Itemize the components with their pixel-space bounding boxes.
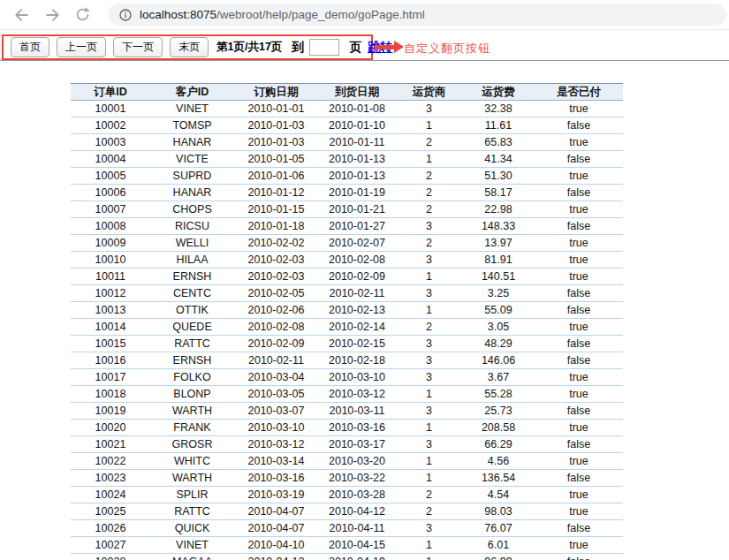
table-cell: BLONP	[150, 386, 234, 403]
table-cell: 10022	[71, 453, 150, 470]
orders-table-body: 10001VINET2010-01-012010-01-08332.38true…	[71, 101, 623, 560]
orders-table: 订单ID客户ID订购日期到货日期运货商运货费是否已付 10001VINET201…	[71, 83, 623, 560]
table-cell: 146.06	[462, 352, 535, 369]
table-cell: 2010-01-18	[234, 218, 318, 235]
table-cell: SUPRD	[150, 168, 234, 185]
table-row: 10022WHITC2010-03-142010-03-2014.56true	[71, 453, 623, 470]
table-cell: 2	[396, 201, 462, 218]
table-cell: QUEDE	[150, 319, 234, 336]
table-cell: 2010-03-17	[318, 436, 396, 453]
table-cell: 2	[396, 168, 462, 185]
table-cell: MAGAA	[150, 554, 234, 560]
table-row: 10019WARTH2010-03-072010-03-11325.73fals…	[71, 403, 623, 420]
table-cell: false	[535, 285, 623, 302]
next-page-button[interactable]: 下一页	[113, 37, 163, 57]
table-row: 10023WARTH2010-03-162010-03-221136.54fal…	[71, 470, 623, 487]
table-cell: 13.97	[462, 235, 535, 252]
table-cell: 10025	[71, 503, 150, 520]
table-cell: 3	[396, 252, 462, 269]
table-cell: 11.61	[462, 117, 535, 134]
table-row: 10026QUICK2010-04-072010-04-11376.07fals…	[71, 520, 623, 537]
table-row: 10004VICTE2010-01-052010-01-13141.34fals…	[71, 151, 623, 168]
table-cell: 2010-01-13	[318, 168, 396, 185]
table-cell: 2010-01-11	[318, 134, 396, 151]
forward-icon[interactable]	[37, 2, 67, 28]
table-cell: 10009	[71, 235, 150, 252]
table-cell: HILAA	[150, 252, 234, 269]
table-row: 10009WELLI2010-02-022010-02-07213.97true	[71, 235, 623, 252]
table-cell: true	[535, 369, 623, 386]
table-cell: 2	[396, 319, 462, 336]
table-cell: 10016	[71, 352, 150, 369]
column-header: 订单ID	[71, 84, 150, 101]
table-cell: 10021	[71, 436, 150, 453]
table-cell: 10017	[71, 369, 150, 386]
table-cell: 1	[396, 269, 462, 285]
table-cell: WARTH	[150, 403, 234, 420]
column-header: 是否已付	[535, 84, 623, 101]
table-cell: 2010-02-11	[234, 352, 318, 369]
table-row: 10028MAGAA2010-04-122010-04-19196.99fals…	[71, 554, 623, 560]
page-info-text: 第1页/共17页	[216, 40, 282, 55]
table-cell: 1	[396, 537, 462, 554]
table-cell: 10020	[71, 420, 150, 436]
table-cell: 2010-01-13	[318, 151, 396, 168]
info-icon[interactable]	[118, 8, 133, 22]
table-row: 10006HANAR2010-01-122010-01-19258.17fals…	[71, 185, 623, 201]
table-row: 10015RATTC2010-02-092010-02-15348.29fals…	[71, 336, 623, 352]
column-header: 订购日期	[234, 84, 318, 101]
table-cell: 3	[396, 218, 462, 235]
table-cell: 140.51	[462, 269, 535, 285]
table-cell: 2010-03-11	[318, 403, 396, 420]
table-cell: 3	[396, 285, 462, 302]
table-row: 10012CENTC2010-02-052010-02-1133.25false	[71, 285, 623, 302]
address-bar[interactable]: localhost:8075/webroot/help/page_demo/go…	[108, 4, 726, 26]
table-cell: 10010	[71, 252, 150, 269]
table-cell: 10004	[71, 151, 150, 168]
table-cell: 2010-02-07	[318, 235, 396, 252]
table-cell: true	[535, 487, 623, 503]
table-cell: VICTE	[150, 151, 234, 168]
column-header: 运货商	[396, 84, 462, 101]
table-cell: 10015	[71, 336, 150, 352]
table-cell: 2010-02-09	[318, 269, 396, 285]
table-cell: 208.58	[462, 420, 535, 436]
browser-toolbar: localhost:8075/webroot/help/page_demo/go…	[0, 0, 729, 30]
column-header: 到货日期	[318, 84, 396, 101]
back-icon[interactable]	[7, 2, 37, 28]
url-text: localhost:8075/webroot/help/page_demo/go…	[140, 8, 425, 21]
table-cell: 3	[396, 403, 462, 420]
table-row: 10020FRANK2010-03-102010-03-161208.58tru…	[71, 420, 623, 436]
table-cell: QUICK	[150, 520, 234, 537]
url-path: /webroot/help/page_demo/goPage.html	[216, 8, 425, 21]
table-cell: false	[535, 554, 623, 560]
table-cell: 2010-02-14	[318, 319, 396, 336]
table-cell: 10002	[71, 117, 150, 134]
table-cell: 2010-04-12	[234, 554, 318, 560]
table-cell: VINET	[150, 537, 234, 554]
table-cell: false	[535, 403, 623, 420]
table-cell: true	[535, 101, 623, 117]
table-row: 10017FOLKO2010-03-042010-03-1033.67true	[71, 369, 623, 386]
table-cell: true	[535, 453, 623, 470]
first-page-button[interactable]: 首页	[11, 37, 49, 57]
goto-page-input[interactable]	[309, 39, 339, 56]
last-page-button[interactable]: 末页	[170, 37, 209, 57]
table-cell: 2	[396, 503, 462, 520]
table-cell: false	[535, 117, 623, 134]
table-cell: 2	[396, 185, 462, 201]
table-cell: RATTC	[150, 503, 234, 520]
table-cell: false	[535, 436, 623, 453]
table-cell: 10003	[71, 134, 150, 151]
table-cell: ERNSH	[150, 269, 234, 285]
table-cell: 2010-03-10	[318, 369, 396, 386]
prev-page-button[interactable]: 上一页	[57, 37, 106, 57]
table-cell: 2010-03-19	[234, 487, 318, 503]
table-row: 10003HANAR2010-01-032010-01-11265.83true	[71, 134, 623, 151]
table-cell: 10023	[71, 470, 150, 487]
table-cell: ERNSH	[150, 352, 234, 369]
table-cell: 2010-02-03	[234, 252, 318, 269]
reload-icon[interactable]	[67, 2, 97, 28]
table-cell: 2010-01-03	[234, 134, 318, 151]
table-row: 10008RICSU2010-01-182010-01-273148.33fal…	[71, 218, 623, 235]
